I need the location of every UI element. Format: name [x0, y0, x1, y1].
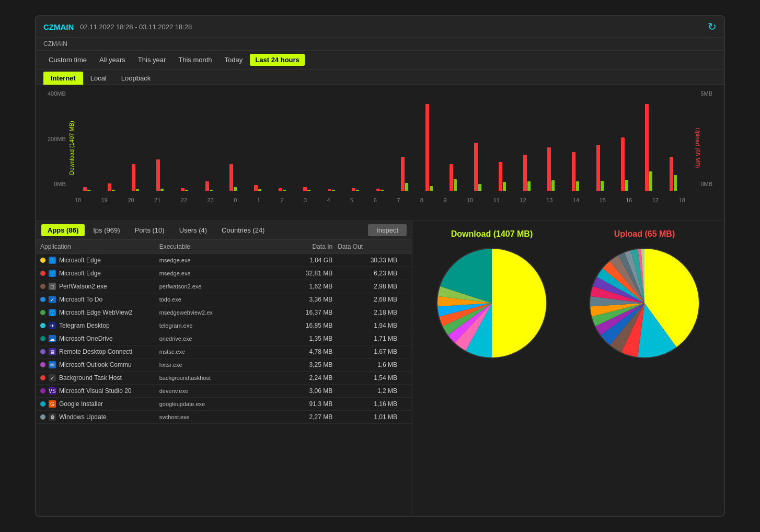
- table-row[interactable]: ⚙ Windows Update svchost.exe 2,27 MB 1,0…: [36, 411, 412, 424]
- bar-group: [343, 188, 367, 191]
- upload-bar: [234, 187, 237, 191]
- app-name-cell: ☁ Microsoft OneDrive: [40, 335, 159, 342]
- tab-users[interactable]: Users (4): [173, 224, 213, 236]
- download-bar: [132, 164, 135, 191]
- col-header-out: Data Out: [338, 243, 397, 250]
- table-row[interactable]: ✓ Microsoft To Do todo.exe 3,36 MB 2,68 …: [36, 293, 412, 306]
- table-row[interactable]: □ PerfWatson2.exe perfwatson2.exe 1,62 M…: [36, 280, 412, 293]
- app-icon: G: [49, 400, 56, 408]
- upload-pie-chart: [584, 243, 705, 363]
- chart-x-labels: 181920 212223 012 345 678 91011 121314 1…: [75, 197, 685, 203]
- data-tab-bar: Apps (86) Ips (969) Ports (10) Users (4)…: [36, 221, 412, 240]
- table-row[interactable]: 🌐 Microsoft Edge WebView2 msedgewebview2…: [36, 306, 412, 319]
- left-panel: Apps (86) Ips (969) Ports (10) Users (4)…: [36, 221, 412, 516]
- time-btn-thismonth[interactable]: This month: [173, 54, 217, 66]
- app-name-cell: 🌐 Microsoft Edge: [40, 257, 159, 264]
- exe-cell: backgroundtaskhost: [159, 375, 279, 381]
- app-icon: ✓: [49, 296, 56, 303]
- exe-cell: mstsc.exe: [159, 349, 279, 355]
- app-dot: [40, 362, 45, 367]
- download-bar: [352, 188, 355, 191]
- upload-bar: [258, 189, 261, 191]
- chart-section: Download (1407 MB) Upload (65 MB) 400MB …: [36, 85, 724, 221]
- download-bar: [474, 143, 478, 191]
- time-btn-allyears[interactable]: All years: [94, 54, 131, 66]
- upload-bar: [307, 190, 310, 191]
- table-body: 🌐 Microsoft Edge msedge.exe 1,04 GB 30,3…: [36, 254, 412, 516]
- bar-group: [441, 164, 465, 191]
- table-row[interactable]: ✉ Microsoft Outlook Commu hxtsr.exe 3,25…: [36, 358, 412, 372]
- time-btn-thisyear[interactable]: This year: [133, 54, 171, 66]
- download-bar: [645, 104, 649, 191]
- app-icon: 🖥: [49, 348, 56, 355]
- table-row[interactable]: 🌐 Microsoft Edge msedge.exe 1,04 GB 30,3…: [36, 254, 412, 267]
- data-out-cell: 2,98 MB: [338, 283, 397, 290]
- download-bar: [547, 147, 551, 191]
- refresh-button[interactable]: ↻: [708, 20, 717, 33]
- app-dot: [40, 349, 45, 354]
- subtitle-bar: CZMAIN: [36, 38, 724, 51]
- upload-bar: [503, 182, 506, 191]
- upload-pie-section: Upload (65 MB): [584, 229, 705, 363]
- upload-bar: [210, 190, 213, 191]
- data-in-cell: 1,62 MB: [278, 283, 338, 290]
- app-icon: ☁: [49, 335, 56, 342]
- download-bar: [205, 181, 209, 191]
- upload-bar: [356, 190, 359, 191]
- table-header: Application Executable Data In Data Out: [36, 240, 412, 254]
- subtitle: CZMAIN: [43, 40, 67, 48]
- exe-cell: perfwatson2.exe: [159, 283, 279, 290]
- table-row[interactable]: 🖥 Remote Desktop Connecti mstsc.exe 4,78…: [36, 345, 412, 358]
- upload-bar: [674, 175, 677, 191]
- download-bar: [499, 162, 502, 191]
- upload-bar: [625, 180, 628, 191]
- net-tab-internet[interactable]: Internet: [43, 72, 83, 85]
- download-bar: [328, 189, 331, 191]
- time-btn-custom[interactable]: Custom time: [43, 54, 92, 66]
- tab-ips[interactable]: Ips (969): [87, 224, 126, 236]
- table-row[interactable]: ☁ Microsoft OneDrive onedrive.exe 1,35 M…: [36, 332, 412, 345]
- download-bar: [621, 137, 625, 191]
- time-btn-last24[interactable]: Last 24 hours: [250, 54, 305, 66]
- tab-ports[interactable]: Ports (10): [129, 224, 171, 236]
- table-row[interactable]: 🌐 Microsoft Edge msedge.exe 32,81 MB 6,2…: [36, 267, 412, 280]
- tab-countries[interactable]: Countries (24): [215, 224, 271, 236]
- app-dot: [40, 310, 45, 315]
- refresh-icon[interactable]: ↻: [708, 21, 717, 32]
- exe-cell: googleupdate.exe: [159, 401, 279, 407]
- time-btn-today[interactable]: Today: [220, 54, 248, 66]
- data-out-cell: 1,2 MB: [338, 387, 397, 395]
- network-tab-bar: Internet Local Loopback: [36, 70, 724, 85]
- upload-bar: [185, 190, 188, 191]
- app-icon: 🌐: [49, 257, 56, 264]
- app-name-cell: ✉ Microsoft Outlook Commu: [40, 361, 159, 368]
- upload-bar: [283, 190, 286, 191]
- download-bar: [670, 157, 673, 191]
- net-tab-loopback[interactable]: Loopback: [114, 72, 158, 85]
- table-row[interactable]: ✈ Telegram Desktop telegram.exe 16,85 MB…: [36, 319, 412, 332]
- data-in-cell: 3,06 MB: [278, 387, 338, 395]
- download-bar: [572, 152, 575, 191]
- app-name-text: Google Installer: [59, 400, 103, 408]
- bar-group: [246, 185, 270, 191]
- download-pie-section: Download (1407 MB): [432, 229, 552, 363]
- inspect-button[interactable]: Inspect: [368, 224, 407, 236]
- data-out-cell: 6,23 MB: [338, 270, 397, 277]
- download-bar: [401, 157, 405, 191]
- net-tab-local[interactable]: Local: [83, 72, 114, 85]
- app-dot: [40, 323, 45, 328]
- table-row[interactable]: ✓ Background Task Host backgroundtaskhos…: [36, 372, 412, 385]
- tab-apps[interactable]: Apps (86): [41, 224, 85, 236]
- app-name-text: Telegram Desktop: [59, 322, 110, 329]
- app-dot: [40, 284, 45, 289]
- table-row[interactable]: G Google Installer googleupdate.exe 91,3…: [36, 398, 412, 411]
- app-dot: [40, 336, 45, 341]
- app-name-cell: VS Microsoft Visual Studio 20: [40, 387, 159, 395]
- bar-group: [319, 189, 343, 191]
- exe-cell: msedgewebview2.ex: [159, 309, 279, 316]
- app-name-cell: 🌐 Microsoft Edge WebView2: [40, 309, 159, 316]
- upload-bar: [454, 179, 457, 191]
- app-name-cell: 🖥 Remote Desktop Connecti: [40, 348, 159, 355]
- table-row[interactable]: VS Microsoft Visual Studio 20 devenv.exe…: [36, 385, 412, 398]
- data-in-cell: 2,27 MB: [278, 413, 338, 421]
